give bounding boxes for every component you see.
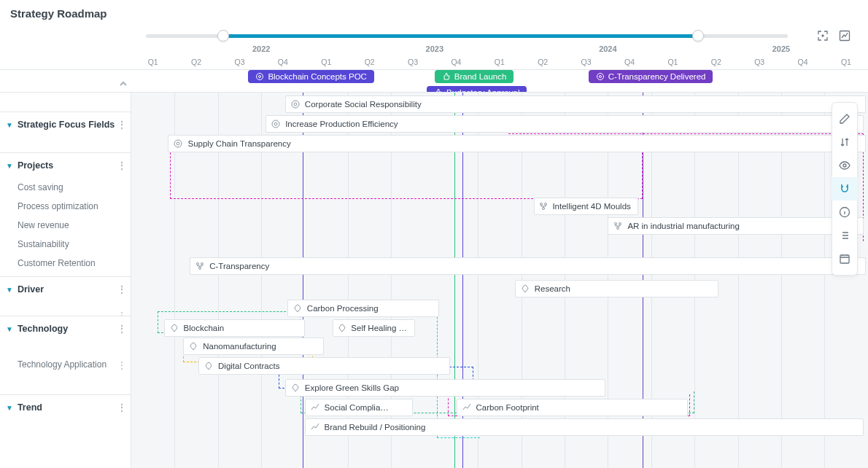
trend-icon: [462, 402, 472, 413]
sidebar-item-tech-app[interactable]: Technology Application: [0, 355, 131, 374]
caret-down-icon: ▼: [6, 162, 13, 170]
bar-blockchain[interactable]: Blockchain: [164, 319, 305, 337]
sidebar-item-customer[interactable]: Customer Retention: [0, 254, 131, 273]
rocket-icon: [292, 303, 303, 313]
rocket-icon: [204, 361, 214, 371]
bar-prodeff[interactable]: Increase Production Efficiency: [266, 115, 864, 133]
svg-point-2: [257, 74, 263, 80]
bar-green-skills[interactable]: Explore Green Skills Gap: [285, 379, 606, 397]
sidebar-projects[interactable]: ▼ Projects ⋮: [0, 152, 131, 178]
sidebar-item-cost[interactable]: Cost saving: [0, 178, 131, 197]
bar-ar-manufacturing[interactable]: ▶ AR in industrial manufacturing: [608, 217, 863, 235]
sidebar-strategic-focus[interactable]: ▼ Strategic Focus Fields ⋮: [0, 112, 131, 137]
target-icon: [271, 119, 281, 129]
right-toolbar: [832, 102, 858, 276]
trend-icon: [310, 422, 320, 432]
visibility-icon[interactable]: [832, 154, 858, 177]
caret-down-icon: ▼: [6, 404, 13, 412]
sidebar-item-revenue[interactable]: New revenue: [0, 216, 131, 235]
milestone-c-transparency[interactable]: C-Transparency Delivered: [589, 70, 713, 83]
bar-self-healing[interactable]: Self Healing …: [333, 319, 415, 337]
caret-down-icon: ▼: [6, 286, 13, 294]
more-icon[interactable]: ⋮: [117, 323, 126, 335]
thumbs-up-icon: [442, 72, 451, 81]
svg-point-7: [294, 103, 297, 106]
more-icon[interactable]: ⋮: [117, 119, 126, 130]
svg-point-3: [259, 76, 261, 78]
svg-point-9: [274, 122, 277, 125]
list-icon[interactable]: [832, 224, 858, 247]
bar-carbon-processing[interactable]: Carbon Processing: [287, 300, 439, 317]
caret-down-icon: ▼: [6, 121, 13, 129]
timeline-axis: 2022 2023 2024 2025 Q1 Q2 Q3 Q4 Q1 Q2 Q3…: [131, 44, 868, 69]
rocket-icon: [520, 284, 530, 294]
sidebar-item-process[interactable]: Process optimization: [0, 197, 131, 216]
sidebar-item-sustain[interactable]: Sustainability: [0, 235, 131, 254]
sort-icon[interactable]: [832, 130, 858, 154]
more-icon[interactable]: ⋮: [117, 284, 126, 295]
more-icon[interactable]: ⋮: [117, 402, 126, 413]
more-icon[interactable]: ⋮: [117, 160, 126, 171]
branch-icon: [195, 261, 205, 271]
bar-digital-contracts[interactable]: Digital Contracts: [198, 357, 450, 375]
target-icon: [290, 99, 301, 109]
edit-icon[interactable]: [832, 107, 858, 130]
rocket-icon: [338, 323, 346, 333]
magnet-icon[interactable]: [832, 177, 858, 200]
fit-icon[interactable]: [817, 30, 829, 42]
rocket-icon: [169, 323, 179, 333]
branch-icon: [539, 201, 548, 211]
bar-csr[interactable]: ▶ Corporate Social Responsibility: [285, 95, 866, 113]
time-range-slider[interactable]: [146, 34, 788, 38]
calendar-icon[interactable]: [832, 247, 858, 270]
bar-social-compliance[interactable]: Social Complia…: [305, 399, 414, 416]
svg-point-8: [272, 120, 279, 128]
slider-handle-start[interactable]: [217, 30, 229, 42]
svg-point-5: [599, 76, 601, 78]
rocket-icon: [188, 341, 198, 351]
svg-point-4: [597, 74, 603, 80]
svg-point-21: [843, 164, 846, 167]
bar-c-transparency[interactable]: ▶ C-Transparency: [190, 257, 866, 275]
target-icon: [255, 72, 264, 81]
caret-down-icon: ▼: [6, 325, 13, 333]
rocket-icon: [290, 383, 301, 393]
sidebar-driver[interactable]: ▼ Driver ⋮: [0, 276, 131, 302]
bar-brand-rebuild[interactable]: Brand Rebuild / Positioning: [305, 418, 864, 436]
svg-point-6: [292, 101, 299, 108]
more-icon[interactable]: ⋮: [117, 359, 126, 371]
milestone-blockchain[interactable]: Blockchain Concepts POC: [248, 70, 374, 83]
svg-rect-23: [840, 255, 849, 263]
sidebar-technology[interactable]: ▼ Technology ⋮: [0, 316, 131, 341]
slider-handle-end[interactable]: [692, 30, 704, 42]
chart-mode-icon[interactable]: [839, 30, 850, 42]
sidebar-trend[interactable]: ▼ Trend ⋮: [0, 394, 131, 420]
svg-point-10: [174, 140, 182, 147]
info-icon[interactable]: [832, 200, 858, 224]
bar-carbon-footprint[interactable]: ▶ Carbon Footprint: [457, 399, 689, 416]
timeline-body[interactable]: ▶ Corporate Social Responsibility Increa…: [131, 93, 868, 468]
bar-research[interactable]: Research: [515, 280, 718, 297]
trend-icon: [310, 402, 320, 413]
target-icon: [596, 72, 605, 81]
collapse-sidebar-icon[interactable]: [118, 79, 128, 91]
milestone-brand-launch[interactable]: Brand Launch: [435, 70, 514, 83]
svg-point-0: [822, 35, 824, 36]
page-title: Strategy Roadmap: [0, 0, 868, 20]
sidebar: ▼ Strategic Focus Fields ⋮ ▼ Projects ⋮ …: [0, 93, 131, 468]
bar-4d-moulds[interactable]: ▶ Intelligent 4D Moulds: [534, 198, 638, 215]
branch-icon: [613, 221, 623, 231]
bar-supply[interactable]: Supply Chain Transparency: [168, 135, 865, 152]
bar-nano[interactable]: Nanomanufacturing: [183, 338, 324, 355]
svg-point-11: [177, 142, 179, 145]
target-icon: [173, 139, 183, 149]
